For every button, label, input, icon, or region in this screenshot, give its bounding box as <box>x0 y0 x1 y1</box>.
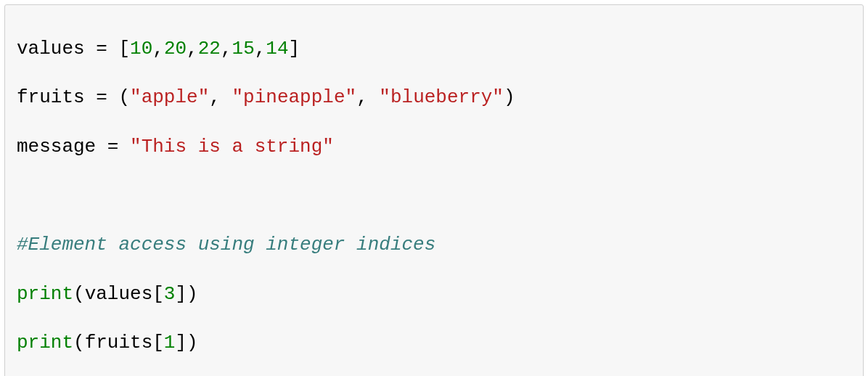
comment: #Element access using integer indices <box>17 234 435 256</box>
paren-open: ( <box>73 332 85 353</box>
number-literal: 20 <box>164 38 187 60</box>
code-line-3: message = "This is a string" <box>17 135 851 160</box>
bracket-open: [ <box>118 38 130 60</box>
print-builtin: print <box>17 283 73 305</box>
variable-ref: fruits <box>85 332 153 353</box>
assign-op: = <box>85 86 119 108</box>
paren-open: ( <box>118 86 130 108</box>
number-literal: 15 <box>232 38 255 60</box>
blank-line <box>17 184 851 209</box>
comma: , <box>356 86 379 108</box>
string-literal: "apple" <box>130 86 209 108</box>
variable-values: values <box>17 38 85 60</box>
code-input-cell: values = [10,20,22,15,14] fruits = ("app… <box>4 4 864 376</box>
code-line-6: print(values[3]) <box>17 282 851 307</box>
paren-close: ) <box>504 86 515 108</box>
string-literal: "pineapple" <box>232 86 356 108</box>
comma: , <box>255 38 266 60</box>
variable-ref: values <box>85 283 153 305</box>
variable-fruits: fruits <box>17 86 85 108</box>
comma: , <box>221 38 232 60</box>
paren-open: ( <box>73 283 85 305</box>
number-literal: 14 <box>266 38 288 60</box>
comma: , <box>187 38 198 60</box>
bracket-close: ] <box>175 332 187 353</box>
code-line-5: #Element access using integer indices <box>17 233 851 258</box>
bracket-close: ] <box>175 283 187 305</box>
bracket-close: ] <box>289 38 300 60</box>
code-line-7: print(fruits[1]) <box>17 331 851 356</box>
assign-op: = <box>96 136 130 158</box>
paren-close: ) <box>187 332 198 353</box>
comma: , <box>209 86 232 108</box>
code-line-2: fruits = ("apple", "pineapple", "blueber… <box>17 86 851 110</box>
variable-message: message <box>17 136 96 158</box>
number-literal: 22 <box>198 38 221 60</box>
paren-close: ) <box>187 283 198 305</box>
string-literal: "This is a string" <box>130 136 334 158</box>
comma: , <box>152 38 164 60</box>
print-builtin: print <box>17 332 73 353</box>
code-line-1: values = [10,20,22,15,14] <box>17 37 851 62</box>
assign-op: = <box>85 38 119 60</box>
index-literal: 3 <box>164 283 176 305</box>
string-literal: "blueberry" <box>379 86 504 108</box>
number-literal: 10 <box>130 38 152 60</box>
bracket-open: [ <box>152 283 164 305</box>
index-literal: 1 <box>164 332 176 353</box>
bracket-open: [ <box>152 332 164 353</box>
